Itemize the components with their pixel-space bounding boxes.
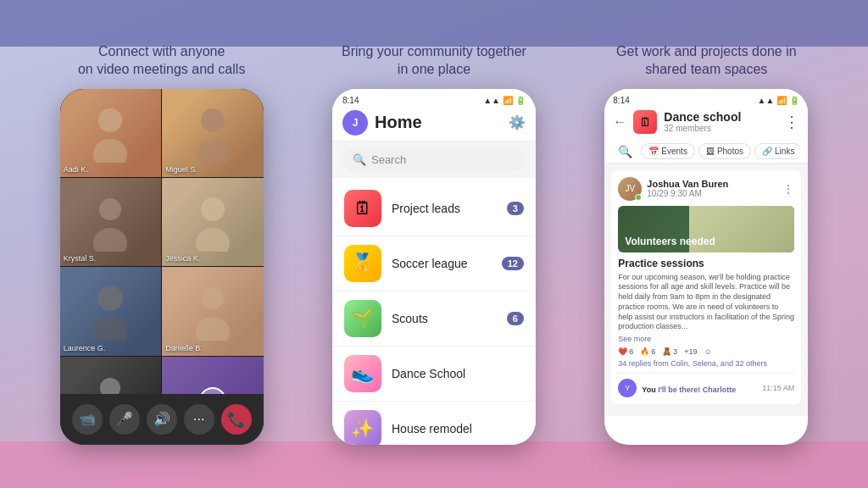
- reaction-more[interactable]: +19: [684, 347, 697, 356]
- column-3-title: Get work and projects done in shared tea…: [616, 43, 797, 79]
- speaker-button[interactable]: 🔊: [147, 404, 177, 435]
- replies-text[interactable]: 34 replies from Colin, Selena, and 32 ot…: [618, 359, 794, 368]
- svg-point-1: [93, 139, 127, 163]
- participant-name-4: Jessica K.: [165, 254, 200, 263]
- call-controls-bar: 📹 🎤 🔊 ··· 📞: [60, 394, 264, 445]
- svg-point-9: [93, 317, 127, 341]
- status-bar-2: 8:14 ▲▲ 📶 🔋: [342, 96, 526, 105]
- team-search-button[interactable]: 🔍: [613, 142, 637, 161]
- message-header: JV Joshua Van Buren 10/29 9:30 AM ⋮: [618, 177, 794, 201]
- svg-point-5: [93, 228, 127, 252]
- team-title-row: ← 🗓 Dance school 32 members ⋮: [613, 110, 799, 139]
- main-container: Connect with anyone on video meetings an…: [0, 0, 868, 488]
- volunteers-text: Volunteers needed: [625, 236, 715, 247]
- svg-point-2: [201, 108, 225, 132]
- community-badge-1: 3: [507, 202, 524, 215]
- video-toggle-button[interactable]: 📹: [72, 404, 103, 435]
- phone-community: 8:14 ▲▲ 📶 🔋 J Home ⚙️ 🔍 Se: [332, 89, 536, 445]
- user-avatar[interactable]: J: [342, 110, 368, 136]
- reaction-fire[interactable]: 🔥6: [640, 347, 655, 356]
- home-label: Home: [375, 113, 422, 132]
- team-more-button[interactable]: ⋮: [784, 113, 799, 131]
- community-name-1: Project leads: [392, 202, 497, 215]
- settings-icon[interactable]: ⚙️: [509, 114, 526, 130]
- reply-content: You I'll be there! Charlotte: [642, 380, 736, 396]
- svg-point-3: [196, 139, 230, 163]
- community-item-2[interactable]: 🥇 Soccer league 12: [332, 236, 536, 291]
- community-name-4: Dance School: [392, 367, 524, 380]
- team-header: 8:14 ▲▲ 📶 🔋 ← 🗓 Dance school 32 members …: [604, 89, 808, 164]
- community-name-3: Scouts: [392, 312, 497, 325]
- community-item-5[interactable]: ✨ House remodel: [332, 402, 536, 445]
- person-5-bg: [60, 267, 162, 355]
- community-item-1[interactable]: 🗓 Project leads 3: [332, 181, 536, 236]
- column-video-call: Connect with anyone on video meetings an…: [60, 43, 264, 445]
- team-name-label: Dance school: [664, 110, 741, 124]
- video-cell-3: Krystal S.: [60, 178, 162, 266]
- reaction-heart[interactable]: ❤️6: [618, 347, 633, 356]
- person-6-bg: [162, 267, 264, 355]
- wifi-icon: 📶: [503, 96, 513, 105]
- online-indicator: [635, 194, 642, 201]
- home-title: J Home: [342, 110, 422, 136]
- bg-stripe-top: [0, 0, 868, 47]
- bg-stripe-bottom: [0, 441, 868, 488]
- team-content: JV Joshua Van Buren 10/29 9:30 AM ⋮ Volu…: [604, 164, 808, 416]
- reaction-add[interactable]: ☺: [704, 347, 712, 356]
- end-call-button[interactable]: 📞: [221, 404, 252, 435]
- message-options-button[interactable]: ⋮: [782, 182, 794, 196]
- links-label: Links: [775, 147, 794, 156]
- participant-name-6: Danielle B.: [165, 344, 203, 352]
- community-icon-2: 🥇: [344, 245, 381, 282]
- community-badge-2: 12: [502, 257, 524, 270]
- reaction-bear[interactable]: 🧸3: [662, 347, 677, 356]
- svg-point-10: [202, 287, 224, 309]
- person-2-bg: [162, 89, 264, 177]
- events-label: Events: [661, 147, 687, 156]
- links-icon: 🔗: [762, 147, 772, 156]
- video-cell-5: Laurence G.: [60, 267, 162, 355]
- community-item-3[interactable]: 🌱 Scouts 6: [332, 291, 536, 347]
- community-name-2: Soccer league: [392, 257, 492, 270]
- wifi-icon-3: 📶: [776, 96, 787, 105]
- video-cell-2: Miguel S.: [162, 89, 264, 177]
- video-grid: Aadi K. Miguel S. Krystal S.: [60, 89, 264, 445]
- back-button[interactable]: ←: [613, 114, 626, 130]
- team-name-block: Dance school 32 members: [664, 110, 741, 133]
- reactions-row: ❤️6 🔥6 🧸3 +19 ☺: [618, 347, 794, 356]
- reply-message: I'll be there!: [658, 385, 703, 394]
- svg-point-4: [99, 198, 121, 220]
- more-options-button[interactable]: ···: [184, 404, 214, 435]
- column-community: Bring your community together in one pla…: [332, 43, 536, 445]
- message-meta: Joshua Van Buren 10/29 9:30 AM: [647, 179, 728, 198]
- search-icon: 🔍: [353, 153, 366, 166]
- team-members-label: 32 members: [664, 124, 741, 133]
- reply-time: 11:15 AM: [762, 384, 794, 392]
- person-1-bg: [60, 89, 162, 177]
- see-more-link[interactable]: See more: [618, 335, 794, 343]
- svg-point-0: [98, 108, 122, 132]
- photos-label: Photos: [717, 147, 743, 156]
- reply-mention: Charlotte: [703, 385, 737, 394]
- message-author-name: Joshua Van Buren: [647, 179, 728, 189]
- community-icon-4: 👟: [344, 355, 381, 392]
- battery-icon: 🔋: [515, 96, 526, 105]
- column-team-space: Get work and projects done in shared tea…: [604, 43, 808, 445]
- community-item-4[interactable]: 👟 Dance School: [332, 347, 536, 402]
- community-name-5: House remodel: [392, 422, 524, 435]
- status-bar-3: 8:14 ▲▲ 📶 🔋: [613, 96, 799, 105]
- mute-button[interactable]: 🎤: [109, 404, 140, 435]
- tab-photos[interactable]: 🖼 Photos: [698, 143, 751, 159]
- community-icon-1: 🗓: [344, 190, 381, 227]
- person-3-bg: [60, 178, 162, 266]
- tab-links[interactable]: 🔗 Links: [754, 143, 799, 159]
- reply-row: Y You I'll be there! Charlotte 11:15 AM: [618, 373, 794, 397]
- tab-events[interactable]: 📅 Events: [641, 143, 695, 159]
- phone-team: 8:14 ▲▲ 📶 🔋 ← 🗓 Dance school 32 members …: [604, 89, 808, 445]
- message-author-avatar: JV: [618, 177, 642, 201]
- video-cell-4: Jessica K.: [162, 178, 264, 266]
- signal-icon: ▲▲: [483, 96, 500, 105]
- community-badge-3: 6: [507, 312, 524, 325]
- community-search[interactable]: 🔍 Search: [342, 148, 526, 171]
- column-2-title: Bring your community together in one pla…: [342, 43, 526, 79]
